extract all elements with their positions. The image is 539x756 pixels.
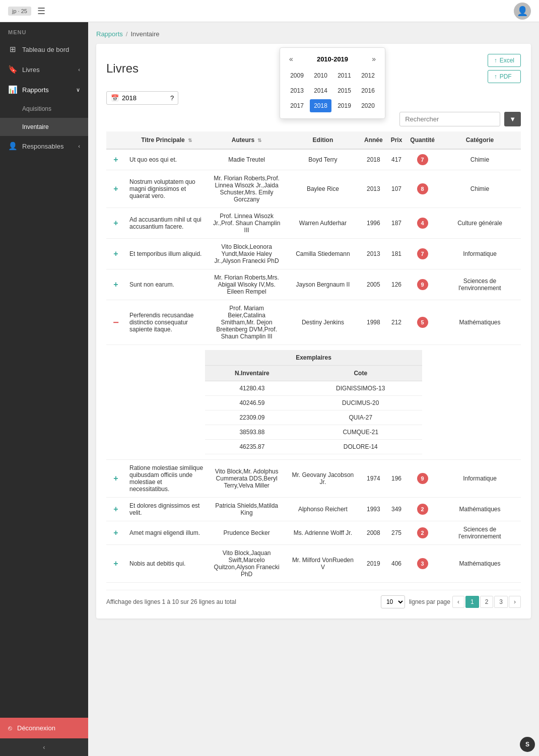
cote-cell: DUCIMUS-20 bbox=[299, 396, 422, 410]
help-icon[interactable]: ? bbox=[170, 94, 174, 102]
title-cell: Sunt non earum. bbox=[125, 269, 208, 300]
category-cell: Mathématiques bbox=[439, 545, 521, 583]
year-cell-2013[interactable]: 2013 bbox=[286, 84, 308, 97]
sidebar-item-tableau-de-bord[interactable]: ⊞ Tableau de bord bbox=[0, 39, 88, 59]
exemplaire-row: 38593.88 CUMQUE-21 bbox=[205, 425, 422, 440]
authors-cell: Prof. Linnea Wisozk Jr.,Prof. Shaun Cham… bbox=[208, 208, 285, 239]
calendar-icon: 📅 bbox=[111, 94, 119, 102]
expand-button[interactable]: + bbox=[110, 154, 121, 165]
expand-cell[interactable]: + bbox=[106, 545, 125, 583]
avatar[interactable]: 👤 bbox=[514, 3, 531, 20]
expand-cell[interactable]: + bbox=[106, 170, 125, 208]
export-pdf-button[interactable]: ↑ PDF bbox=[488, 70, 521, 83]
next-page-button[interactable]: › bbox=[509, 596, 521, 608]
sidebar-collapse-button[interactable]: ‹ bbox=[0, 738, 88, 756]
year-next-button[interactable]: » bbox=[369, 54, 379, 64]
expand-cell[interactable]: − bbox=[106, 300, 125, 345]
export-excel-button[interactable]: ↑ Excel bbox=[488, 54, 521, 67]
logout-icon: ⎋ bbox=[8, 724, 12, 732]
expand-cell[interactable]: + bbox=[106, 149, 125, 170]
qty-cell: 9 bbox=[406, 460, 439, 498]
search-input[interactable] bbox=[399, 112, 500, 126]
year-cell-2009[interactable]: 2009 bbox=[286, 69, 308, 82]
expand-cell[interactable]: + bbox=[106, 239, 125, 269]
user-icon: 👤 bbox=[8, 142, 17, 151]
expand-button[interactable]: + bbox=[110, 558, 121, 569]
title-cell: Ut quo eos qui et. bbox=[125, 149, 208, 170]
breadcrumb-rapports[interactable]: Rapports bbox=[96, 30, 123, 38]
grid-icon: ⊞ bbox=[8, 45, 17, 54]
edition-cell: Boyd Terry bbox=[286, 149, 360, 170]
sidebar-item-inventaire[interactable]: Inventaire bbox=[0, 118, 88, 136]
edition-cell: Alphonso Reichert bbox=[286, 498, 360, 521]
edition-cell: Destiny Jenkins bbox=[286, 300, 360, 345]
qty-badge: 4 bbox=[417, 218, 428, 229]
sidebar-item-rapports[interactable]: 📊 Rapports ∨ bbox=[0, 80, 88, 100]
hamburger-icon[interactable]: ☰ bbox=[37, 6, 45, 17]
prev-page-button[interactable]: ‹ bbox=[452, 596, 464, 608]
sort-title-icon[interactable]: ⇅ bbox=[188, 138, 192, 143]
year-cell-2020[interactable]: 2020 bbox=[357, 99, 379, 112]
search-button[interactable]: ▼ bbox=[504, 112, 521, 126]
table-row: + Sunt non earum. Mr. Florian Roberts,Mr… bbox=[106, 269, 521, 300]
page-2-button[interactable]: 2 bbox=[480, 596, 494, 608]
sort-authors-icon[interactable]: ⇅ bbox=[257, 138, 261, 143]
qty-badge: 5 bbox=[417, 317, 428, 328]
sidebar-item-aquisitions[interactable]: Aquisitions bbox=[0, 100, 88, 118]
expand-button[interactable]: + bbox=[110, 183, 121, 194]
authors-cell: Madie Treutel bbox=[208, 149, 285, 170]
year-cell-2018[interactable]: 2018 bbox=[310, 99, 331, 112]
page-1-button[interactable]: 1 bbox=[465, 596, 479, 608]
sidebar-item-livres[interactable]: 🔖 Livres ‹ bbox=[0, 59, 88, 80]
year-cell: 2008 bbox=[360, 521, 387, 545]
title-cell: Amet magni eligendi illum. bbox=[125, 521, 208, 545]
expand-cell[interactable]: + bbox=[106, 460, 125, 498]
year-cell-2016[interactable]: 2016 bbox=[357, 84, 379, 97]
date-filter-input[interactable] bbox=[122, 94, 167, 102]
title-cell: Ad accusantium nihil ut qui accusantium … bbox=[125, 208, 208, 239]
expand-button[interactable]: + bbox=[110, 218, 121, 229]
qty-badge: 7 bbox=[417, 154, 428, 165]
edition-cell: Warren Aufderhar bbox=[286, 208, 360, 239]
year-cell-2010[interactable]: 2010 bbox=[310, 69, 331, 82]
col-header-authors: Auteurs ⇅ bbox=[208, 131, 285, 149]
col-header-title: Titre Principale ⇅ bbox=[125, 131, 208, 149]
year-prev-button[interactable]: « bbox=[286, 54, 296, 64]
sidebar-item-responsables[interactable]: 👤 Responsables ‹ bbox=[0, 136, 88, 156]
sidebar: MENU ⊞ Tableau de bord 🔖 Livres ‹ 📊 Rapp… bbox=[0, 22, 88, 756]
cote-cell: CUMQUE-21 bbox=[299, 425, 422, 440]
qty-cell: 9 bbox=[406, 269, 439, 300]
year-cell-2017[interactable]: 2017 bbox=[286, 99, 308, 112]
deconnexion-button[interactable]: ⎋ Déconnexion bbox=[0, 718, 88, 738]
expand-button[interactable]: + bbox=[110, 527, 121, 538]
page-3-button[interactable]: 3 bbox=[494, 596, 508, 608]
edition-cell: Mr. Milford VonRueden V bbox=[286, 545, 360, 583]
year-cell-2011[interactable]: 2011 bbox=[333, 69, 355, 82]
sidebar-menu-label: MENU bbox=[0, 22, 88, 39]
price-cell: 417 bbox=[387, 149, 407, 170]
edition-cell: Baylee Rice bbox=[286, 170, 360, 208]
expand-button[interactable]: + bbox=[110, 473, 121, 484]
expand-button[interactable]: + bbox=[110, 248, 121, 259]
expand-cell[interactable]: + bbox=[106, 521, 125, 545]
expand-cell[interactable]: + bbox=[106, 208, 125, 239]
exemplaires-cols-header: N.Inventaire Cote bbox=[205, 366, 422, 381]
page-title: Livres bbox=[106, 61, 139, 76]
edition-cell: Camilla Stiedemann bbox=[286, 239, 360, 269]
page-size-select[interactable]: 10 25 50 bbox=[381, 595, 405, 608]
exemplaires-table: Exemplaires N.Inventaire Cote 41280.43 D… bbox=[205, 350, 422, 454]
year-picker-header: « 2010-2019 » bbox=[286, 54, 379, 64]
year-cell-2014[interactable]: 2014 bbox=[310, 84, 331, 97]
year-cell-2012[interactable]: 2012 bbox=[357, 69, 379, 82]
year-cell-2015[interactable]: 2015 bbox=[333, 84, 355, 97]
expand-cell[interactable]: + bbox=[106, 498, 125, 521]
col-n-inventaire: N.Inventaire bbox=[205, 366, 299, 381]
expand-button[interactable]: + bbox=[110, 279, 121, 290]
cote-cell: QUIA-27 bbox=[299, 410, 422, 425]
collapse-button[interactable]: − bbox=[110, 317, 121, 328]
year-cell-2019[interactable]: 2019 bbox=[333, 99, 355, 112]
title-cell: Nostrum voluptatem quo magni dignissimos… bbox=[125, 170, 208, 208]
expand-button[interactable]: + bbox=[110, 504, 121, 515]
table-row: + Et dolores dignissimos est velit. Patr… bbox=[106, 498, 521, 521]
expand-cell[interactable]: + bbox=[106, 269, 125, 300]
